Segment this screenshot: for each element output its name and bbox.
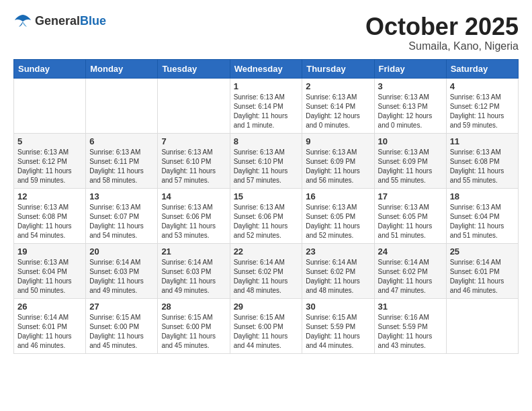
calendar-week-row: 26Sunrise: 6:14 AMSunset: 6:01 PMDayligh… <box>14 298 519 353</box>
weekday-header: Thursday <box>302 59 374 78</box>
weekday-header: Friday <box>374 59 446 78</box>
day-number: 2 <box>306 81 370 91</box>
calendar-header-row: SundayMondayTuesdayWednesdayThursdayFrid… <box>14 59 519 78</box>
day-info: Sunrise: 6:13 AMSunset: 6:04 PMDaylight:… <box>450 203 515 240</box>
logo-general: General <box>35 14 80 28</box>
day-number: 19 <box>17 246 82 257</box>
day-number: 23 <box>306 246 370 257</box>
calendar-cell: 10Sunrise: 6:13 AMSunset: 6:09 PMDayligh… <box>374 133 446 188</box>
day-number: 11 <box>450 136 515 146</box>
weekday-header: Wednesday <box>230 59 302 78</box>
day-number: 3 <box>378 81 443 91</box>
day-number: 9 <box>306 136 370 146</box>
calendar-week-row: 19Sunrise: 6:13 AMSunset: 6:04 PMDayligh… <box>14 243 519 298</box>
calendar-cell: 1Sunrise: 6:13 AMSunset: 6:14 PMDaylight… <box>230 78 302 133</box>
calendar-cell <box>14 78 86 133</box>
weekday-header: Tuesday <box>158 59 230 78</box>
logo: GeneralBlue <box>13 13 106 28</box>
day-info: Sunrise: 6:16 AMSunset: 5:59 PMDaylight:… <box>378 313 443 351</box>
day-info: Sunrise: 6:13 AMSunset: 6:14 PMDaylight:… <box>234 93 299 130</box>
day-info: Sunrise: 6:13 AMSunset: 6:04 PMDaylight:… <box>17 258 82 295</box>
calendar-cell: 2Sunrise: 6:13 AMSunset: 6:14 PMDaylight… <box>302 78 374 133</box>
day-number: 12 <box>17 191 82 201</box>
day-info: Sunrise: 6:15 AMSunset: 6:00 PMDaylight:… <box>89 313 154 351</box>
day-number: 22 <box>234 246 299 257</box>
day-info: Sunrise: 6:13 AMSunset: 6:06 PMDaylight:… <box>234 203 299 240</box>
day-number: 25 <box>450 246 515 257</box>
weekday-header: Monday <box>86 59 158 78</box>
day-info: Sunrise: 6:14 AMSunset: 6:03 PMDaylight:… <box>89 258 154 295</box>
calendar-cell: 26Sunrise: 6:14 AMSunset: 6:01 PMDayligh… <box>14 298 86 353</box>
calendar-cell: 15Sunrise: 6:13 AMSunset: 6:06 PMDayligh… <box>230 188 302 243</box>
calendar-cell <box>86 78 158 133</box>
calendar-cell: 5Sunrise: 6:13 AMSunset: 6:12 PMDaylight… <box>14 133 86 188</box>
calendar-cell: 18Sunrise: 6:13 AMSunset: 6:04 PMDayligh… <box>446 188 518 243</box>
day-info: Sunrise: 6:15 AMSunset: 6:00 PMDaylight:… <box>234 313 299 351</box>
day-info: Sunrise: 6:14 AMSunset: 6:01 PMDaylight:… <box>450 258 515 295</box>
day-info: Sunrise: 6:13 AMSunset: 6:14 PMDaylight:… <box>306 93 370 130</box>
day-info: Sunrise: 6:13 AMSunset: 6:08 PMDaylight:… <box>17 203 82 240</box>
day-info: Sunrise: 6:14 AMSunset: 6:02 PMDaylight:… <box>234 258 299 295</box>
day-number: 28 <box>161 302 226 312</box>
location-title: Sumaila, Kano, Nigeria <box>365 40 519 52</box>
calendar-cell: 13Sunrise: 6:13 AMSunset: 6:07 PMDayligh… <box>86 188 158 243</box>
calendar-cell: 24Sunrise: 6:14 AMSunset: 6:02 PMDayligh… <box>374 243 446 298</box>
calendar-cell: 25Sunrise: 6:14 AMSunset: 6:01 PMDayligh… <box>446 243 518 298</box>
day-info: Sunrise: 6:13 AMSunset: 6:10 PMDaylight:… <box>234 148 299 185</box>
calendar-cell <box>158 78 230 133</box>
day-number: 29 <box>234 302 299 312</box>
day-number: 7 <box>161 136 226 146</box>
calendar-cell: 12Sunrise: 6:13 AMSunset: 6:08 PMDayligh… <box>14 188 86 243</box>
day-number: 30 <box>306 302 370 312</box>
day-info: Sunrise: 6:13 AMSunset: 6:05 PMDaylight:… <box>378 203 443 240</box>
day-number: 13 <box>89 191 154 201</box>
calendar-cell: 29Sunrise: 6:15 AMSunset: 6:00 PMDayligh… <box>230 298 302 353</box>
calendar-cell: 16Sunrise: 6:13 AMSunset: 6:05 PMDayligh… <box>302 188 374 243</box>
day-info: Sunrise: 6:14 AMSunset: 6:03 PMDaylight:… <box>161 258 226 295</box>
day-info: Sunrise: 6:15 AMSunset: 6:00 PMDaylight:… <box>161 313 226 351</box>
logo-icon <box>13 13 32 28</box>
calendar-cell: 11Sunrise: 6:13 AMSunset: 6:08 PMDayligh… <box>446 133 518 188</box>
calendar-cell: 27Sunrise: 6:15 AMSunset: 6:00 PMDayligh… <box>86 298 158 353</box>
calendar-cell: 17Sunrise: 6:13 AMSunset: 6:05 PMDayligh… <box>374 188 446 243</box>
calendar-cell: 6Sunrise: 6:13 AMSunset: 6:11 PMDaylight… <box>86 133 158 188</box>
day-number: 20 <box>89 246 154 257</box>
day-number: 31 <box>378 302 443 312</box>
calendar-cell: 21Sunrise: 6:14 AMSunset: 6:03 PMDayligh… <box>158 243 230 298</box>
calendar-cell: 22Sunrise: 6:14 AMSunset: 6:02 PMDayligh… <box>230 243 302 298</box>
day-number: 27 <box>89 302 154 312</box>
calendar-table: SundayMondayTuesdayWednesdayThursdayFrid… <box>13 59 519 354</box>
day-info: Sunrise: 6:13 AMSunset: 6:05 PMDaylight:… <box>306 203 370 240</box>
day-info: Sunrise: 6:13 AMSunset: 6:11 PMDaylight:… <box>89 148 154 185</box>
day-number: 6 <box>89 136 154 146</box>
calendar-cell: 7Sunrise: 6:13 AMSunset: 6:10 PMDaylight… <box>158 133 230 188</box>
day-number: 15 <box>234 191 299 201</box>
weekday-header: Sunday <box>14 59 86 78</box>
weekday-header: Saturday <box>446 59 518 78</box>
day-number: 10 <box>378 136 443 146</box>
calendar-week-row: 12Sunrise: 6:13 AMSunset: 6:08 PMDayligh… <box>14 188 519 243</box>
day-info: Sunrise: 6:14 AMSunset: 6:01 PMDaylight:… <box>17 313 82 351</box>
calendar-cell: 19Sunrise: 6:13 AMSunset: 6:04 PMDayligh… <box>14 243 86 298</box>
title-block: October 2025 Sumaila, Kano, Nigeria <box>365 13 519 52</box>
day-info: Sunrise: 6:13 AMSunset: 6:12 PMDaylight:… <box>17 148 82 185</box>
calendar-cell: 23Sunrise: 6:14 AMSunset: 6:02 PMDayligh… <box>302 243 374 298</box>
day-info: Sunrise: 6:15 AMSunset: 5:59 PMDaylight:… <box>306 313 370 351</box>
day-number: 18 <box>450 191 515 201</box>
calendar-cell: 9Sunrise: 6:13 AMSunset: 6:09 PMDaylight… <box>302 133 374 188</box>
calendar-cell: 28Sunrise: 6:15 AMSunset: 6:00 PMDayligh… <box>158 298 230 353</box>
calendar-cell: 31Sunrise: 6:16 AMSunset: 5:59 PMDayligh… <box>374 298 446 353</box>
calendar-week-row: 1Sunrise: 6:13 AMSunset: 6:14 PMDaylight… <box>14 78 519 133</box>
day-info: Sunrise: 6:13 AMSunset: 6:08 PMDaylight:… <box>450 148 515 185</box>
calendar-cell: 20Sunrise: 6:14 AMSunset: 6:03 PMDayligh… <box>86 243 158 298</box>
day-info: Sunrise: 6:13 AMSunset: 6:06 PMDaylight:… <box>161 203 226 240</box>
day-number: 24 <box>378 246 443 257</box>
calendar-cell <box>446 298 518 353</box>
calendar-cell: 3Sunrise: 6:13 AMSunset: 6:13 PMDaylight… <box>374 78 446 133</box>
calendar-week-row: 5Sunrise: 6:13 AMSunset: 6:12 PMDaylight… <box>14 133 519 188</box>
calendar-cell: 14Sunrise: 6:13 AMSunset: 6:06 PMDayligh… <box>158 188 230 243</box>
day-info: Sunrise: 6:14 AMSunset: 6:02 PMDaylight:… <box>378 258 443 295</box>
day-info: Sunrise: 6:13 AMSunset: 6:13 PMDaylight:… <box>378 93 443 130</box>
day-info: Sunrise: 6:13 AMSunset: 6:09 PMDaylight:… <box>378 148 443 185</box>
day-number: 5 <box>17 136 82 146</box>
